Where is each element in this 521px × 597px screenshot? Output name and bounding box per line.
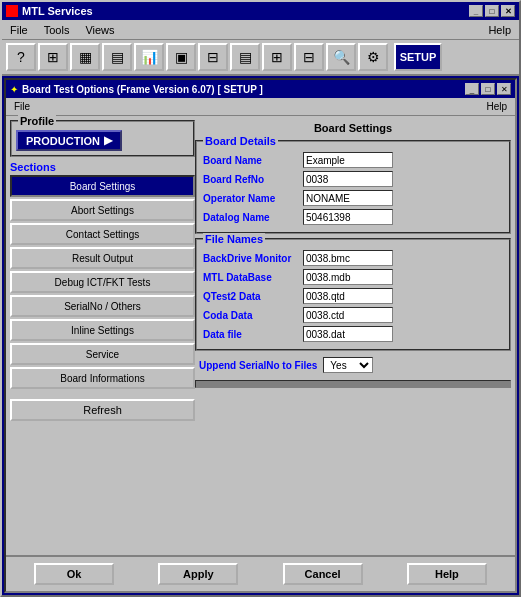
board-details-group: Board Details Board Name Board RefNo Ope… bbox=[195, 140, 511, 234]
maximize-button[interactable]: □ bbox=[485, 5, 499, 17]
horizontal-scrollbar[interactable] bbox=[195, 380, 511, 388]
board-refno-label: Board RefNo bbox=[203, 174, 303, 185]
qtest2-label: QTest2 Data bbox=[203, 291, 303, 302]
toolbar-btn-2[interactable]: ▦ bbox=[70, 43, 100, 71]
section-abort-settings[interactable]: Abort Settings bbox=[10, 199, 195, 221]
data-file-input[interactable] bbox=[303, 326, 393, 342]
profile-group: Profile PRODUCTION ▶ bbox=[10, 120, 195, 157]
board-name-input[interactable] bbox=[303, 152, 393, 168]
inner-menu-help[interactable]: Help bbox=[482, 100, 511, 113]
bottom-bar: Ok Apply Cancel Help bbox=[6, 555, 515, 591]
board-settings-title: Board Settings bbox=[195, 120, 511, 136]
inner-menu-file[interactable]: File bbox=[10, 100, 34, 113]
coda-data-input[interactable] bbox=[303, 307, 393, 323]
inner-window: ✦ Board Test Options (Frame Version 6.07… bbox=[4, 78, 517, 593]
file-names-label: File Names bbox=[203, 233, 265, 245]
inner-menubar: File Help bbox=[6, 98, 515, 116]
profile-button[interactable]: PRODUCTION ▶ bbox=[16, 130, 122, 151]
datalog-name-input[interactable] bbox=[303, 209, 393, 225]
board-refno-input[interactable] bbox=[303, 171, 393, 187]
append-label: Uppend SerialNo to Files bbox=[199, 360, 317, 371]
section-inline-settings[interactable]: Inline Settings bbox=[10, 319, 195, 341]
field-row-backdrive: BackDrive Monitor bbox=[203, 250, 503, 266]
append-row: Uppend SerialNo to Files Yes No bbox=[195, 355, 511, 375]
help-button[interactable]: Help bbox=[407, 563, 487, 585]
mtl-database-input[interactable] bbox=[303, 269, 393, 285]
inner-maximize-button[interactable]: □ bbox=[481, 83, 495, 95]
menu-help[interactable]: Help bbox=[484, 23, 515, 37]
toolbar-btn-8[interactable]: ⊞ bbox=[262, 43, 292, 71]
toolbar-btn-11[interactable]: ⚙ bbox=[358, 43, 388, 71]
field-row-operator-name: Operator Name bbox=[203, 190, 503, 206]
field-row-board-name: Board Name bbox=[203, 152, 503, 168]
toolbar-btn-1[interactable]: ⊞ bbox=[38, 43, 68, 71]
field-row-datalog-name: Datalog Name bbox=[203, 209, 503, 225]
section-contact-settings[interactable]: Contact Settings bbox=[10, 223, 195, 245]
outer-window: MTL Services _ □ ✕ File Tools Views Help… bbox=[0, 0, 521, 597]
board-name-label: Board Name bbox=[203, 155, 303, 166]
apply-button[interactable]: Apply bbox=[158, 563, 238, 585]
section-debug-tests[interactable]: Debug ICT/FKT Tests bbox=[10, 271, 195, 293]
inner-minimize-button[interactable]: _ bbox=[465, 83, 479, 95]
outer-win-controls: _ □ ✕ bbox=[469, 5, 515, 17]
qtest2-input[interactable] bbox=[303, 288, 393, 304]
outer-menubar: File Tools Views Help bbox=[2, 20, 519, 40]
field-row-coda-data: Coda Data bbox=[203, 307, 503, 323]
coda-data-label: Coda Data bbox=[203, 310, 303, 321]
minimize-button[interactable]: _ bbox=[469, 5, 483, 17]
menu-views[interactable]: Views bbox=[81, 23, 118, 37]
section-board-info[interactable]: Board Informations bbox=[10, 367, 195, 389]
inner-window-title: Board Test Options (Frame Version 6.07) … bbox=[22, 84, 263, 95]
toolbar-btn-3[interactable]: ▤ bbox=[102, 43, 132, 71]
operator-name-input[interactable] bbox=[303, 190, 393, 206]
mtl-database-label: MTL DataBase bbox=[203, 272, 303, 283]
field-row-qtest2: QTest2 Data bbox=[203, 288, 503, 304]
sections-group: Sections Board Settings Abort Settings C… bbox=[10, 161, 195, 391]
board-details-label: Board Details bbox=[203, 135, 278, 147]
toolbar-btn-5[interactable]: ▣ bbox=[166, 43, 196, 71]
inner-titlebar: ✦ Board Test Options (Frame Version 6.07… bbox=[6, 80, 515, 98]
cancel-button[interactable]: Cancel bbox=[283, 563, 363, 585]
backdrive-input[interactable] bbox=[303, 250, 393, 266]
menu-tools[interactable]: Tools bbox=[40, 23, 74, 37]
backdrive-label: BackDrive Monitor bbox=[203, 253, 303, 264]
datalog-name-label: Datalog Name bbox=[203, 212, 303, 223]
refresh-button[interactable]: Refresh bbox=[10, 399, 195, 421]
app-icon bbox=[6, 5, 18, 17]
field-row-board-refno: Board RefNo bbox=[203, 171, 503, 187]
section-service[interactable]: Service bbox=[10, 343, 195, 365]
scrollbar-area bbox=[195, 379, 511, 389]
section-board-settings[interactable]: Board Settings bbox=[10, 175, 195, 197]
outer-titlebar: MTL Services _ □ ✕ bbox=[2, 2, 519, 20]
menu-file[interactable]: File bbox=[6, 23, 32, 37]
setup-button[interactable]: SETUP bbox=[394, 43, 442, 71]
toolbar-btn-7[interactable]: ▤ bbox=[230, 43, 260, 71]
file-names-group: File Names BackDrive Monitor MTL DataBas… bbox=[195, 238, 511, 351]
main-content: Profile PRODUCTION ▶ Sections Board Sett… bbox=[6, 116, 515, 555]
toolbar-btn-9[interactable]: ⊟ bbox=[294, 43, 324, 71]
section-result-output[interactable]: Result Output bbox=[10, 247, 195, 269]
operator-name-label: Operator Name bbox=[203, 193, 303, 204]
inner-win-controls: _ □ ✕ bbox=[465, 83, 511, 95]
data-file-label: Data file bbox=[203, 329, 303, 340]
outer-window-title: MTL Services bbox=[22, 5, 93, 17]
profile-label: Profile bbox=[18, 115, 56, 127]
right-panel: Board Settings Board Details Board Name … bbox=[195, 120, 511, 551]
toolbar-btn-10[interactable]: 🔍 bbox=[326, 43, 356, 71]
section-serialno[interactable]: SerialNo / Others bbox=[10, 295, 195, 317]
field-row-mtl-database: MTL DataBase bbox=[203, 269, 503, 285]
toolbar-help-btn[interactable]: ? bbox=[6, 43, 36, 71]
close-button[interactable]: ✕ bbox=[501, 5, 515, 17]
toolbar-btn-6[interactable]: ⊟ bbox=[198, 43, 228, 71]
field-row-data-file: Data file bbox=[203, 326, 503, 342]
toolbar-btn-4[interactable]: 📊 bbox=[134, 43, 164, 71]
append-select[interactable]: Yes No bbox=[323, 357, 373, 373]
left-panel: Profile PRODUCTION ▶ Sections Board Sett… bbox=[10, 120, 195, 551]
toolbar: ? ⊞ ▦ ▤ 📊 ▣ ⊟ ▤ ⊞ ⊟ 🔍 ⚙ SETUP bbox=[2, 40, 519, 76]
sections-label: Sections bbox=[10, 161, 195, 173]
ok-button[interactable]: Ok bbox=[34, 563, 114, 585]
inner-close-button[interactable]: ✕ bbox=[497, 83, 511, 95]
